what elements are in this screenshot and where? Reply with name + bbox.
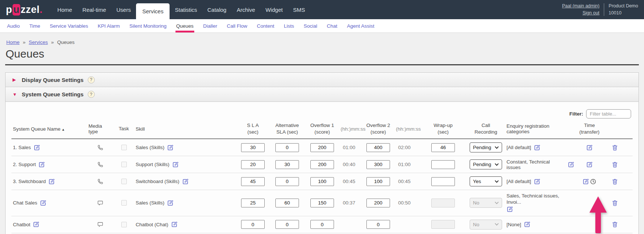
wrap-up-input[interactable] — [431, 160, 455, 169]
subnav-content[interactable]: Content — [252, 19, 279, 32]
sla-input[interactable] — [241, 199, 265, 207]
subnav-service-variables[interactable]: Service Variables — [45, 19, 93, 32]
nav-services[interactable]: Services — [136, 3, 170, 19]
sla-input[interactable] — [241, 143, 265, 152]
overflow2-input[interactable] — [366, 160, 390, 169]
delete-queue-icon[interactable] — [612, 221, 618, 228]
edit-enquiry-icon[interactable] — [524, 221, 530, 228]
task-checkbox[interactable] — [121, 145, 127, 150]
alternative-sla-input[interactable] — [275, 199, 299, 207]
edit-queue-icon[interactable] — [38, 161, 45, 168]
overflow2-input[interactable] — [366, 143, 390, 152]
subnav-queues[interactable]: Queues — [171, 19, 198, 32]
edit-queue-icon[interactable] — [48, 178, 55, 185]
subnav-kpi-alarm[interactable]: KPI Alarm — [93, 19, 125, 32]
overflow2-input[interactable] — [366, 199, 390, 207]
nav-catalog[interactable]: Catalog — [202, 0, 232, 19]
help-icon[interactable]: ? — [88, 91, 95, 98]
subnav-social[interactable]: Social — [299, 19, 322, 32]
nav-real-time[interactable]: Real-time — [77, 0, 111, 19]
edit-time-transfer-icon[interactable] — [586, 161, 593, 168]
wrap-up-input[interactable] — [431, 143, 455, 152]
edit-enquiry-icon[interactable] — [534, 144, 540, 151]
overflow1-time: 00:37 — [343, 200, 355, 206]
sla-input[interactable] — [241, 220, 265, 229]
help-icon[interactable]: ? — [88, 76, 95, 83]
edit-queue-icon[interactable] — [34, 144, 40, 151]
call-recording-select[interactable]: Yes — [470, 176, 502, 186]
sla-input[interactable] — [241, 177, 265, 186]
task-checkbox[interactable] — [121, 162, 127, 167]
nav-widget[interactable]: Widget — [260, 0, 288, 19]
edit-queue-icon[interactable] — [40, 200, 46, 206]
filter-table-input[interactable] — [586, 109, 631, 118]
table-row: Chatbot Chatbot (Chat) No [None] — [11, 216, 633, 233]
overflow1-input[interactable] — [310, 143, 334, 152]
wrap-up-input — [431, 199, 455, 207]
task-checkbox[interactable] — [121, 222, 127, 227]
clock-icon[interactable] — [590, 178, 596, 185]
col-system-queue-name[interactable]: System Queue Name▲ — [11, 126, 87, 132]
overflow1-input[interactable] — [310, 199, 334, 207]
table-row: Chat Sales Sales (Skills) 00:37 00:50 No… — [11, 190, 633, 216]
delete-queue-icon[interactable] — [612, 161, 618, 168]
account-number: 10010 — [609, 10, 638, 17]
display-queue-settings-header[interactable]: ▶ Display Queue Settings ? — [5, 72, 639, 87]
system-queue-settings-title: System Queue Settings — [22, 91, 84, 97]
subnav-silent-monitoring[interactable]: Silent Monitoring — [125, 19, 171, 32]
alternative-sla-input[interactable] — [275, 143, 299, 152]
breadcrumb-services[interactable]: Services — [29, 39, 48, 45]
task-checkbox[interactable] — [121, 200, 127, 206]
edit-time-transfer-icon[interactable] — [586, 144, 593, 151]
subnav-audio[interactable]: Audio — [2, 19, 25, 32]
expanded-arrow-icon: ▼ — [13, 92, 18, 97]
delete-queue-icon[interactable] — [612, 144, 618, 151]
subnav-agent-assist[interactable]: Agent Assist — [342, 19, 379, 32]
nav-statistics[interactable]: Statistics — [170, 0, 202, 19]
edit-enquiry-icon[interactable] — [507, 206, 513, 213]
system-queue-settings-header[interactable]: ▼ System Queue Settings ? — [5, 87, 639, 102]
edit-skill-icon[interactable] — [167, 144, 174, 151]
subnav-call-flow[interactable]: Call Flow — [222, 19, 252, 32]
edit-skill-icon[interactable] — [172, 161, 179, 168]
subnav-time[interactable]: Time — [25, 19, 45, 32]
wrap-up-input[interactable] — [431, 177, 455, 186]
breadcrumb-home[interactable]: Home — [6, 39, 20, 45]
edit-time-transfer-icon[interactable] — [582, 178, 589, 185]
sla-input[interactable] — [241, 160, 265, 169]
nav-users[interactable]: Users — [111, 0, 136, 19]
overflow2-input[interactable] — [366, 177, 390, 186]
call-recording-select[interactable]: Pending — [470, 159, 502, 169]
alternative-sla-input[interactable] — [275, 160, 299, 169]
task-checkbox[interactable] — [121, 179, 127, 184]
col-enquiry-registration: Enquiry registrationcategories — [505, 123, 576, 134]
subnav-dialler[interactable]: Dialler — [198, 19, 222, 32]
queue-name: 1. Sales — [13, 145, 31, 150]
puzzel-logo[interactable]: puzzel. — [0, 0, 52, 19]
edit-enquiry-icon[interactable] — [568, 161, 574, 168]
overflow1-input[interactable] — [310, 220, 334, 229]
edit-enquiry-icon[interactable] — [534, 178, 540, 185]
edit-skill-icon[interactable] — [167, 200, 174, 206]
alternative-sla-input[interactable] — [275, 220, 299, 229]
overflow1-input[interactable] — [310, 177, 334, 186]
nav-archive[interactable]: Archive — [232, 0, 260, 19]
nav-sms[interactable]: SMS — [288, 0, 310, 19]
table-row: 2. Support Support (Skills) 00:40 01:00 … — [11, 156, 633, 173]
overflow2-input[interactable] — [366, 220, 390, 229]
call-recording-select[interactable]: Pending — [470, 142, 502, 152]
collapsed-arrow-icon: ▶ — [13, 77, 18, 82]
sign-out-link[interactable]: Sign out — [562, 10, 599, 17]
delete-queue-icon[interactable] — [612, 178, 618, 185]
alternative-sla-input[interactable] — [275, 177, 299, 186]
overflow1-input[interactable] — [310, 160, 334, 169]
page-title: Queues — [6, 48, 644, 60]
subnav-chat[interactable]: Chat — [322, 19, 342, 32]
delete-queue-icon[interactable] — [612, 200, 618, 206]
subnav-lists[interactable]: Lists — [279, 19, 299, 32]
user-profile-link[interactable]: Paal (main admin) — [562, 3, 599, 10]
edit-skill-icon[interactable] — [171, 221, 178, 228]
edit-queue-icon[interactable] — [33, 221, 39, 228]
edit-skill-icon[interactable] — [182, 178, 189, 185]
nav-home[interactable]: Home — [52, 0, 77, 19]
